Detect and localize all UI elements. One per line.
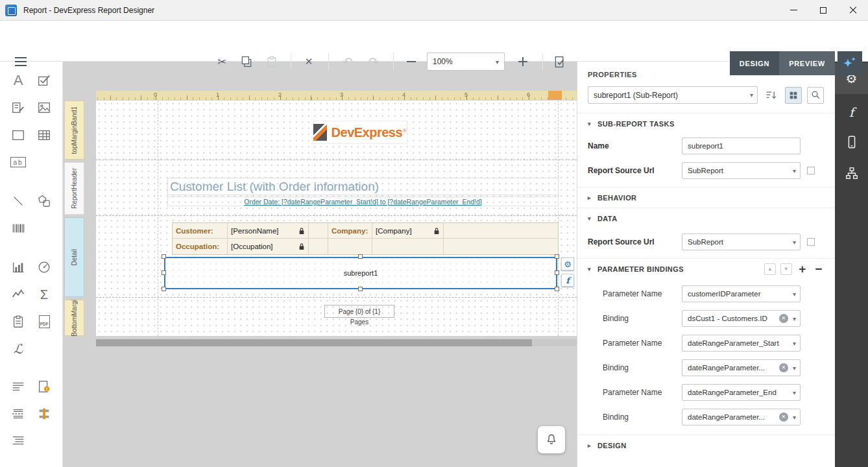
zoom-in-button[interactable] — [515, 54, 531, 69]
ai-assistant-button[interactable]: ✦ ✦ — [838, 51, 862, 75]
parameter-name-dropdown[interactable]: dateRangeParameter_End ▾ — [682, 384, 801, 401]
toolbox-table-tool[interactable] — [32, 123, 56, 147]
close-button[interactable] — [838, 0, 868, 21]
toolbox-chart-tool[interactable] — [6, 256, 30, 279]
zoom-dropdown[interactable]: 100% ▾ — [427, 53, 505, 71]
sort-alphabetical-button[interactable] — [763, 87, 780, 104]
clear-binding-button[interactable]: ✕ — [779, 314, 788, 323]
minimize-button[interactable] — [778, 0, 808, 21]
undo-button[interactable]: ↶ — [340, 54, 356, 69]
notifications-button[interactable] — [538, 426, 565, 453]
binding-dropdown[interactable]: dateRangeParameter... ✕ ▾ — [682, 409, 801, 425]
section-header-data[interactable]: ▾ DATA — [577, 208, 835, 228]
scrollbar-thumb[interactable] — [96, 339, 532, 346]
expressions-button[interactable]: f — [561, 274, 574, 287]
toolbox-pagenumber-tool[interactable] — [32, 375, 56, 398]
table-cell[interactable] — [309, 223, 328, 239]
section-header-design[interactable]: ▸ DESIGN — [577, 435, 835, 455]
table-cell[interactable] — [444, 223, 558, 239]
table-cell[interactable]: Company: — [328, 223, 372, 239]
band-strip-report-header[interactable]: ReportHeader — [64, 162, 84, 215]
toolbox-line-tool[interactable] — [6, 189, 30, 213]
toolbox-signature-tool[interactable]: ℒ — [6, 337, 30, 361]
tab-field-list[interactable] — [835, 160, 868, 186]
toolbox-subreport-tool[interactable] — [6, 310, 30, 333]
table-cell[interactable]: [PersonName] — [228, 223, 309, 239]
toolbox-pdfcontent-tool[interactable]: PDF — [32, 310, 56, 333]
band-strip-top-margin[interactable]: topMarginBand1 — [64, 101, 84, 160]
property-binding-checkbox[interactable] — [807, 238, 815, 246]
add-binding-button[interactable]: + — [797, 263, 808, 275]
clear-binding-button[interactable]: ✕ — [779, 413, 788, 422]
selection-handle[interactable] — [555, 270, 559, 275]
tab-expressions[interactable]: f — [835, 99, 868, 125]
move-down-button[interactable]: ▾ — [780, 263, 792, 275]
toolbox-panel-tool[interactable] — [6, 123, 30, 147]
report-page[interactable]: DevExpress® Customer List (with Order in… — [96, 101, 577, 336]
table-cell[interactable]: Occupation: — [173, 239, 228, 254]
selection-handle[interactable] — [162, 287, 166, 291]
toolbox-sparkline-tool[interactable] — [6, 283, 30, 306]
selection-handle[interactable] — [358, 287, 363, 291]
smart-tag-button[interactable]: ⚙ — [561, 257, 574, 270]
toolbox-pageinfo-tool[interactable] — [6, 375, 30, 398]
horizontal-scrollbar[interactable] — [96, 339, 577, 346]
table-cell[interactable] — [444, 239, 558, 254]
category-view-button[interactable] — [785, 87, 802, 104]
logo-picture-box[interactable]: DevExpress® — [313, 121, 407, 144]
selected-object-dropdown[interactable]: subreport1 (Sub-Report) ▾ — [588, 86, 758, 104]
copy-button[interactable] — [239, 54, 254, 69]
selection-handle[interactable] — [162, 270, 166, 275]
order-date-label[interactable]: Order Date: [?dateRangeParameter_Start!d… — [167, 197, 559, 206]
page-info-control[interactable]: Page {0} of {1} — [324, 305, 394, 318]
toolbox-pagebreak-tool[interactable] — [6, 402, 30, 425]
parameter-name-dropdown[interactable]: customerIDParameter ▾ — [682, 285, 801, 302]
clear-binding-button[interactable]: ✕ — [779, 363, 788, 372]
tab-report-explorer[interactable] — [835, 129, 868, 155]
section-header-parameter-bindings[interactable]: ▾ PARAMETER BINDINGS ▴ ▾ + − — [577, 258, 835, 279]
delete-button[interactable]: ✕ — [301, 54, 317, 69]
table-cell[interactable] — [328, 239, 372, 254]
band-strip-bottom-margin[interactable]: BottomMargi — [64, 300, 84, 336]
section-header-subreport-tasks[interactable]: ▾ SUB-REPORT TASKS — [577, 113, 835, 134]
table-cell[interactable] — [372, 239, 444, 254]
toolbox-richtext-tool[interactable] — [6, 96, 30, 119]
report-source-url-dropdown[interactable]: SubReport ▾ — [682, 162, 801, 179]
zoom-out-button[interactable] — [404, 54, 419, 69]
binding-dropdown[interactable]: dateRangeParameter... ✕ ▾ — [682, 359, 801, 376]
table-cell[interactable] — [309, 239, 328, 254]
parameter-name-dropdown[interactable]: dateRangeParameter_Start ▾ — [682, 335, 801, 352]
toolbox-charactercomb-tool[interactable]: ab — [6, 150, 30, 174]
search-properties-button[interactable] — [807, 87, 824, 104]
menu-button[interactable] — [13, 54, 29, 69]
toolbox-crossbandbox-tool[interactable] — [32, 402, 56, 425]
section-header-behavior[interactable]: ▸ BEHAVIOR — [577, 187, 835, 208]
name-input[interactable] — [682, 138, 801, 154]
toolbox-checkbox-tool[interactable] — [32, 69, 56, 92]
table-cell[interactable]: [Company] — [372, 223, 444, 239]
table-cell[interactable]: [Occupation] — [228, 239, 309, 254]
maximize-button[interactable] — [808, 0, 838, 21]
toolbox-gauge-tool[interactable] — [32, 256, 56, 279]
toolbox-barcode-tool[interactable] — [6, 217, 30, 240]
move-up-button[interactable]: ▴ — [764, 263, 776, 275]
design-tab-button[interactable]: DESIGN — [730, 51, 779, 75]
detail-table[interactable]: Customer: [PersonName] Company: [Company… — [172, 222, 559, 255]
remove-binding-button[interactable]: − — [813, 263, 825, 275]
selection-handle[interactable] — [358, 254, 363, 259]
subreport-control[interactable]: subreport1 — [164, 257, 557, 289]
redo-button[interactable]: ↷ — [366, 54, 381, 69]
table-cell[interactable]: Customer: — [173, 223, 228, 239]
binding-dropdown[interactable]: dsCust1 - Customers.ID ✕ ▾ — [682, 310, 801, 327]
band-strip-detail[interactable]: Detail — [64, 217, 84, 297]
property-binding-checkbox[interactable] — [807, 167, 815, 174]
report-source-url-dropdown[interactable]: SubReport ▾ — [682, 234, 801, 250]
report-title-label[interactable]: Customer List (with Order information) — [167, 178, 559, 195]
selection-handle[interactable] — [555, 254, 559, 259]
toolbox-shape-tool[interactable] — [32, 189, 56, 213]
paste-button[interactable] — [264, 54, 280, 69]
selection-handle[interactable] — [555, 287, 559, 291]
toolbox-label-tool[interactable]: A — [6, 69, 30, 92]
toolbox-picturebox-tool[interactable] — [32, 96, 56, 119]
toolbox-pivotgrid-tool[interactable]: Σ — [32, 283, 56, 306]
